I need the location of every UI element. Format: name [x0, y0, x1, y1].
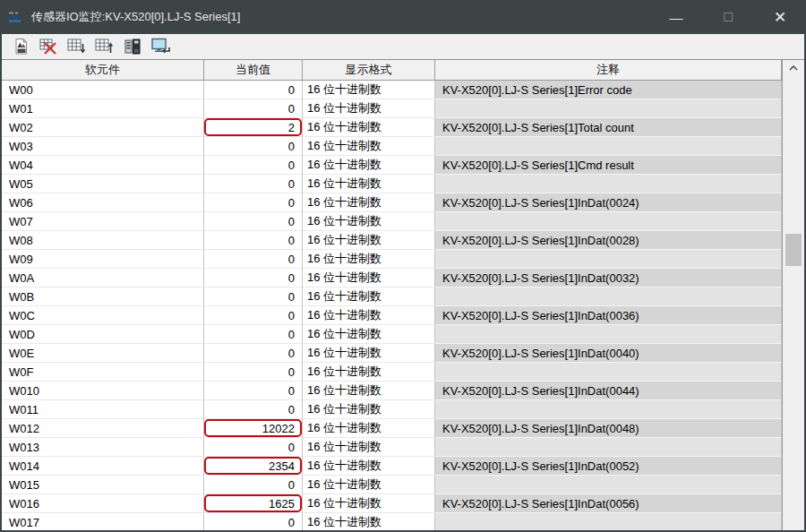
- device-cell[interactable]: W09: [2, 250, 204, 269]
- device-cell[interactable]: W06: [2, 193, 204, 212]
- format-cell[interactable]: 16 位十进制数: [303, 212, 435, 231]
- device-cell[interactable]: W0C: [2, 306, 204, 325]
- value-cell[interactable]: 12022: [204, 419, 303, 438]
- format-cell[interactable]: 16 位十进制数: [303, 344, 435, 363]
- insert-row-above-button[interactable]: [94, 37, 115, 57]
- value-cell[interactable]: 0: [204, 325, 303, 344]
- vertical-scrollbar[interactable]: [782, 60, 804, 530]
- comment-cell[interactable]: KV-X520[0].LJ-S Series[1]InDat(0028): [435, 231, 782, 250]
- device-cell[interactable]: W07: [2, 212, 204, 231]
- device-cell[interactable]: W02: [2, 118, 204, 137]
- value-cell[interactable]: 0: [204, 99, 303, 118]
- format-cell[interactable]: 16 位十进制数: [303, 457, 435, 476]
- value-cell[interactable]: 0: [204, 250, 303, 269]
- format-cell[interactable]: 16 位十进制数: [303, 494, 435, 513]
- device-cell[interactable]: W01: [2, 99, 204, 118]
- format-cell[interactable]: 16 位十进制数: [303, 231, 435, 250]
- device-cell[interactable]: W015: [2, 476, 204, 494]
- value-cell[interactable]: 0: [204, 193, 303, 212]
- format-cell[interactable]: 16 位十进制数: [303, 156, 435, 175]
- format-cell[interactable]: 16 位十进制数: [303, 325, 435, 344]
- value-cell[interactable]: 0: [204, 175, 303, 193]
- comment-cell[interactable]: [435, 212, 782, 231]
- minimize-button[interactable]: —: [650, 0, 702, 34]
- scrollbar-thumb[interactable]: [785, 234, 802, 266]
- device-cell[interactable]: W0A: [2, 269, 204, 287]
- format-cell[interactable]: 16 位十进制数: [303, 438, 435, 457]
- device-cell[interactable]: W0E: [2, 344, 204, 363]
- comment-cell[interactable]: [435, 287, 782, 306]
- format-cell[interactable]: 16 位十进制数: [303, 382, 435, 400]
- device-cell[interactable]: W0D: [2, 325, 204, 344]
- comment-cell[interactable]: KV-X520[0].LJ-S Series[1]Total count: [435, 118, 782, 137]
- value-cell[interactable]: 0: [204, 476, 303, 494]
- value-cell[interactable]: 2354: [204, 457, 303, 476]
- value-cell[interactable]: 1625: [204, 494, 303, 513]
- format-cell[interactable]: 16 位十进制数: [303, 118, 435, 137]
- comment-cell[interactable]: KV-X520[0].LJ-S Series[1]InDat(0048): [435, 419, 782, 438]
- value-cell[interactable]: 0: [204, 363, 303, 382]
- value-cell[interactable]: 2: [204, 118, 303, 137]
- close-button[interactable]: ✕: [754, 0, 806, 34]
- comment-cell[interactable]: [435, 99, 782, 118]
- scroll-up-button[interactable]: [783, 60, 804, 76]
- device-monitor-button[interactable]: [122, 37, 142, 57]
- device-cell[interactable]: W010: [2, 382, 204, 400]
- format-cell[interactable]: 16 位十进制数: [303, 513, 435, 530]
- display-monitor-button[interactable]: [150, 37, 170, 57]
- comment-cell[interactable]: KV-X520[0].LJ-S Series[1]InDat(0052): [435, 457, 782, 476]
- comment-cell[interactable]: KV-X520[0].LJ-S Series[1]InDat(0056): [435, 494, 782, 513]
- comment-cell[interactable]: [435, 325, 782, 344]
- device-cell[interactable]: W03: [2, 137, 204, 156]
- comment-cell[interactable]: KV-X520[0].LJ-S Series[1]InDat(0032): [435, 269, 782, 287]
- format-cell[interactable]: 16 位十进制数: [303, 419, 435, 438]
- comment-cell[interactable]: [435, 476, 782, 494]
- device-cell[interactable]: W05: [2, 175, 204, 193]
- value-cell[interactable]: 0: [204, 306, 303, 325]
- device-cell[interactable]: W0F: [2, 363, 204, 382]
- comment-cell[interactable]: [435, 363, 782, 382]
- format-cell[interactable]: 16 位十进制数: [303, 250, 435, 269]
- value-cell[interactable]: 0: [204, 156, 303, 175]
- comment-cell[interactable]: KV-X520[0].LJ-S Series[1]InDat(0040): [435, 344, 782, 363]
- device-cell[interactable]: W016: [2, 494, 204, 513]
- comment-cell[interactable]: [435, 250, 782, 269]
- value-cell[interactable]: 0: [204, 81, 303, 99]
- value-cell[interactable]: 0: [204, 231, 303, 250]
- value-cell[interactable]: 0: [204, 269, 303, 287]
- comment-cell[interactable]: [435, 513, 782, 530]
- comment-cell[interactable]: KV-X520[0].LJ-S Series[1]InDat(0036): [435, 306, 782, 325]
- format-cell[interactable]: 16 位十进制数: [303, 99, 435, 118]
- insert-row-below-button[interactable]: [66, 37, 87, 57]
- value-cell[interactable]: 0: [204, 287, 303, 306]
- device-cell[interactable]: W0B: [2, 287, 204, 306]
- value-cell[interactable]: 0: [204, 382, 303, 400]
- value-cell[interactable]: 0: [204, 438, 303, 457]
- delete-row-button[interactable]: [39, 37, 59, 57]
- value-cell[interactable]: 0: [204, 344, 303, 363]
- format-cell[interactable]: 16 位十进制数: [303, 193, 435, 212]
- comment-cell[interactable]: KV-X520[0].LJ-S Series[1]Error code: [435, 81, 782, 99]
- device-cell[interactable]: W013: [2, 438, 204, 457]
- format-cell[interactable]: 16 位十进制数: [303, 400, 435, 419]
- device-cell[interactable]: W011: [2, 400, 204, 419]
- comment-cell[interactable]: [435, 400, 782, 419]
- comment-cell[interactable]: [435, 438, 782, 457]
- format-cell[interactable]: 16 位十进制数: [303, 269, 435, 287]
- format-cell[interactable]: 16 位十进制数: [303, 287, 435, 306]
- format-cell[interactable]: 16 位十进制数: [303, 81, 435, 99]
- comment-cell[interactable]: KV-X520[0].LJ-S Series[1]Cmd result: [435, 156, 782, 175]
- value-cell[interactable]: 0: [204, 400, 303, 419]
- comment-cell[interactable]: KV-X520[0].LJ-S Series[1]InDat(0024): [435, 193, 782, 212]
- value-cell[interactable]: 0: [204, 137, 303, 156]
- comment-cell[interactable]: [435, 175, 782, 193]
- comment-cell[interactable]: [435, 137, 782, 156]
- format-cell[interactable]: 16 位十进制数: [303, 476, 435, 494]
- device-cell[interactable]: W08: [2, 231, 204, 250]
- device-cell[interactable]: W04: [2, 156, 204, 175]
- comment-cell[interactable]: KV-X520[0].LJ-S Series[1]InDat(0044): [435, 382, 782, 400]
- format-cell[interactable]: 16 位十进制数: [303, 363, 435, 382]
- batch-register-button[interactable]: [11, 37, 31, 57]
- maximize-button[interactable]: ☐: [702, 0, 754, 34]
- device-cell[interactable]: W014: [2, 457, 204, 476]
